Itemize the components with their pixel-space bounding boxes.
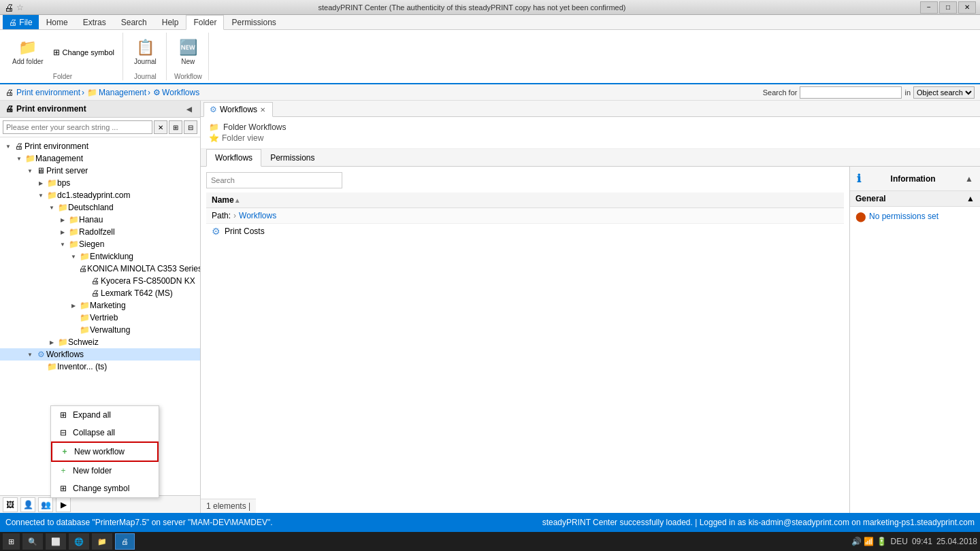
- add-folder-button[interactable]: 📁 Add folder: [8, 36, 48, 69]
- tab-permissions[interactable]: Permissions: [224, 15, 283, 29]
- path-item-workflows: Workflows: [239, 211, 276, 220]
- collapse-all-icon: ⊟: [58, 427, 69, 438]
- tree-item-schweiz[interactable]: 📁 Schweiz: [0, 336, 200, 348]
- context-new-folder[interactable]: + New folder: [51, 462, 159, 480]
- toggle-radolfzell[interactable]: [57, 227, 68, 237]
- content-tab-workflows[interactable]: Workflows: [206, 149, 261, 167]
- tree-item-entwicklung[interactable]: 📁 Entwicklung: [0, 250, 200, 263]
- content-tab-permissions[interactable]: Permissions: [261, 149, 323, 166]
- tab-extras[interactable]: Extras: [76, 15, 114, 29]
- bottom-icon-2[interactable]: 👤: [20, 497, 35, 512]
- tree-item-lexmark[interactable]: 🖨 Lexmark T642 (MS): [0, 287, 200, 299]
- tab-help[interactable]: Help: [154, 15, 186, 29]
- bottom-icon-3[interactable]: 👥: [38, 497, 53, 512]
- name-column-header[interactable]: Name: [212, 195, 234, 205]
- info-collapse-button[interactable]: ▲: [965, 174, 973, 184]
- toggle-marketing[interactable]: [68, 300, 79, 311]
- context-change-symbol[interactable]: ⊞ Change symbol: [51, 480, 159, 497]
- tree-item-workflows[interactable]: ⚙ Workflows: [0, 348, 200, 361]
- breadcrumb-item-2[interactable]: 📁 Management ›: [87, 88, 150, 97]
- collapse-panel-button[interactable]: ◀: [184, 103, 195, 114]
- breadcrumb: 🖨 Print environment › 📁 Management › ⚙ W…: [0, 84, 980, 101]
- tree-item-print-env[interactable]: 🖨 Print environment: [0, 140, 200, 152]
- toggle-dc1[interactable]: [35, 190, 46, 201]
- list-item[interactable]: ⚙ Print Costs: [206, 224, 844, 239]
- taskbar-app[interactable]: 🖨: [115, 533, 135, 550]
- toggle-print-env[interactable]: [3, 141, 14, 152]
- search-type-dropdown[interactable]: Object search: [913, 86, 975, 99]
- search-clear-button[interactable]: ✕: [154, 120, 167, 134]
- file-icon: 🖨: [9, 18, 17, 27]
- verwaltung-icon: 📁: [79, 324, 90, 335]
- toggle-vertrieb: [68, 312, 79, 323]
- tab-folder[interactable]: Folder: [186, 15, 224, 30]
- bottom-icon-1[interactable]: 🖼: [3, 497, 18, 512]
- tree-item-hanau[interactable]: 📁 Hanau: [0, 214, 200, 226]
- info-panel-header: ℹ Information ▲: [850, 167, 980, 191]
- management-icon: 📁: [24, 153, 35, 164]
- toggle-print-server[interactable]: [24, 165, 35, 176]
- content-title-icon: 📁: [209, 122, 219, 132]
- close-button[interactable]: ✕: [958, 1, 976, 14]
- tree-item-kyocera[interactable]: 🖨 Kyocera FS-C8500DN KX: [0, 275, 200, 287]
- context-expand-all[interactable]: ⊞ Expand all: [51, 406, 159, 424]
- toggle-lexmark: [79, 288, 90, 299]
- tree-item-konica[interactable]: 🖨 KONICA MINOLTA C353 Series XPS: [0, 263, 200, 275]
- tree-collapse-button[interactable]: ⊟: [184, 120, 197, 134]
- toggle-entwicklung[interactable]: [68, 251, 79, 262]
- search-input[interactable]: [800, 86, 902, 99]
- maximize-button[interactable]: □: [939, 1, 957, 14]
- tree-item-management[interactable]: 📁 Management: [0, 152, 200, 165]
- right-tab-workflows[interactable]: ⚙ Workflows ✕: [203, 102, 273, 117]
- tree-item-bps[interactable]: 📁 bps: [0, 177, 200, 189]
- taskbar-task-view[interactable]: ⬜: [46, 533, 66, 550]
- expand-panel-button[interactable]: ▶: [56, 497, 71, 512]
- tree-item-dc1[interactable]: 📁 dc1.steadyprint.com: [0, 189, 200, 201]
- tree-item-vertrieb[interactable]: 📁 Vertrieb: [0, 312, 200, 324]
- breadcrumb-item-3[interactable]: ⚙ Workflows: [153, 88, 199, 97]
- path-label: Path:: [212, 211, 231, 220]
- toggle-siegen[interactable]: [57, 239, 68, 250]
- minimize-button[interactable]: −: [920, 1, 938, 14]
- print-env-icon: 🖨: [5, 104, 14, 114]
- taskbar-ie[interactable]: 🌐: [69, 533, 89, 550]
- tree-expand-button[interactable]: ⊞: [169, 120, 182, 134]
- tree-item-verwaltung[interactable]: 📁 Verwaltung: [0, 324, 200, 336]
- toggle-deutschland[interactable]: [46, 202, 57, 213]
- toggle-workflows[interactable]: [24, 349, 35, 360]
- journal-button[interactable]: 📋 Journal: [130, 36, 161, 69]
- info-section-collapse[interactable]: ▲: [966, 194, 975, 203]
- print-costs-icon: ⚙: [212, 226, 220, 237]
- toggle-bps[interactable]: [35, 178, 46, 188]
- taskbar-right: 🔊 📶 🔋 DEU 09:41 25.04.2018: [851, 537, 977, 546]
- tree-item-print-server[interactable]: 🖥 Print server: [0, 165, 200, 177]
- toggle-schweiz[interactable]: [46, 337, 57, 348]
- content-search-input[interactable]: [206, 172, 342, 188]
- content-header: 📁 Folder Workflows ⭐ Folder view: [201, 117, 980, 149]
- context-collapse-all[interactable]: ⊟ Collapse all: [51, 424, 159, 441]
- toggle-hanau[interactable]: [57, 214, 68, 225]
- tree-item-marketing[interactable]: 📁 Marketing: [0, 299, 200, 312]
- tab-file[interactable]: 🖨 File: [3, 15, 39, 29]
- tree-item-deutschland[interactable]: 📁 Deutschland: [0, 201, 200, 214]
- taskbar-explorer[interactable]: 📁: [92, 533, 112, 550]
- tab-home[interactable]: Home: [39, 15, 76, 29]
- right-tab-close[interactable]: ✕: [260, 106, 265, 114]
- tree-item-radolfzell[interactable]: 📁 Radolfzell: [0, 226, 200, 238]
- tree-item-siegen[interactable]: 📁 Siegen: [0, 238, 200, 250]
- tree-item-inventor[interactable]: 📁 Inventor... (ts): [0, 361, 200, 373]
- main-layout: 🖨 Print environment ◀ ✕ ⊞ ⊟ 🖨 Print envi…: [0, 101, 980, 513]
- context-new-workflow[interactable]: + New workflow: [51, 441, 159, 462]
- radolfzell-icon: 📁: [68, 227, 79, 237]
- toggle-management[interactable]: [14, 153, 24, 164]
- change-symbol-button[interactable]: ⊞ Change symbol: [50, 46, 117, 59]
- breadcrumb-icon: 🖨: [5, 88, 14, 97]
- new-button[interactable]: 🆕 New: [175, 36, 201, 69]
- content-title: 📁 Folder Workflows: [209, 122, 972, 132]
- breadcrumb-item-1[interactable]: Print environment ›: [16, 88, 84, 97]
- taskbar-search[interactable]: 🔍: [22, 533, 43, 550]
- tab-search[interactable]: Search: [114, 15, 154, 29]
- taskbar-start[interactable]: ⊞: [3, 533, 20, 550]
- tree-search-input[interactable]: [3, 120, 152, 134]
- print-costs-label: Print Costs: [225, 227, 265, 236]
